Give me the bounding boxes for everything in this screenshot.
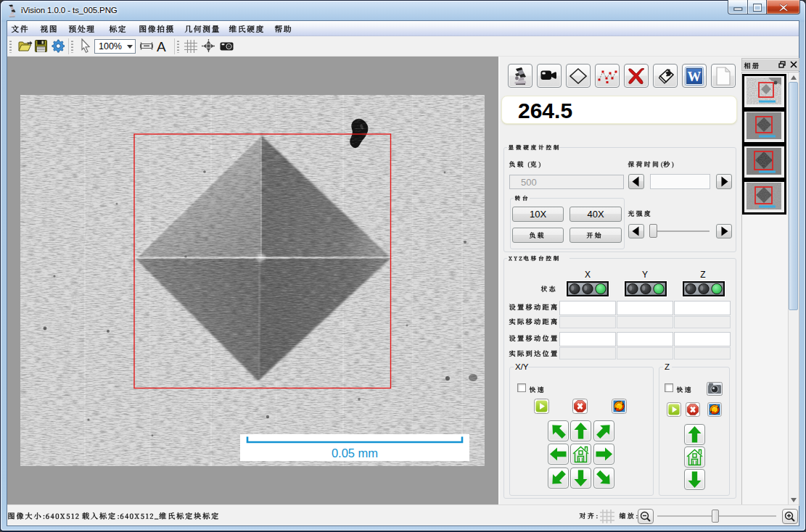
svg-text:0.05 mm: 0.05 mm <box>332 446 378 460</box>
svg-text:W: W <box>688 70 702 84</box>
